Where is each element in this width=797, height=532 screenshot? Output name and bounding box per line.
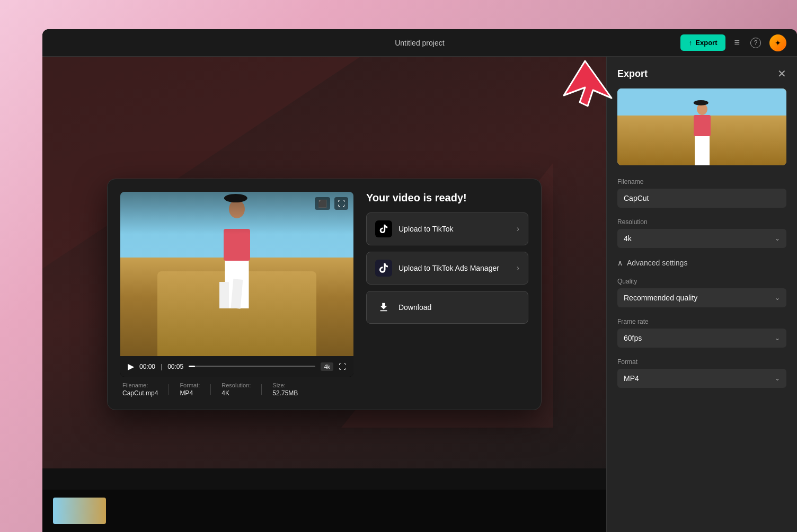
top-bar: Untitled project ↑ Export ≡ ? ✦ (42, 29, 797, 57)
modal-icon-buttons: ⬛ ⛶ (315, 197, 348, 210)
close-icon: ✕ (777, 68, 786, 79)
total-time: 00:05 (167, 363, 183, 370)
cursor-arrow (553, 56, 617, 111)
download-icon (375, 299, 392, 316)
chevron-right-icon-1: › (517, 224, 519, 234)
advanced-chevron-icon: ∧ (617, 259, 623, 267)
framerate-label: Frame rate (607, 314, 797, 329)
progress-bar[interactable] (189, 366, 315, 367)
avatar-button[interactable]: ✦ (769, 34, 786, 51)
comment-icon: ⬛ (318, 199, 327, 208)
play-button[interactable]: ▶ (128, 361, 134, 371)
help-icon: ? (750, 38, 761, 48)
video-controls: ▶ 00:00 | 00:05 4k ⛶ (120, 356, 353, 377)
video-thumbnail (120, 192, 353, 356)
video-player: ⬛ ⛶ (120, 192, 353, 377)
avatar-icon: ✦ (775, 39, 781, 47)
export-preview (617, 88, 786, 165)
download-button[interactable]: Download (366, 291, 528, 324)
video-meta: Filename: CapCut.mp4 Format: MP4 Resolut… (120, 382, 353, 397)
tiktok-icon (375, 220, 392, 237)
top-bar-controls: ↑ Export ≡ ? ✦ (680, 34, 786, 51)
resolution-select[interactable]: 4k ⌄ (617, 229, 786, 248)
framerate-select[interactable]: 60fps ⌄ (617, 329, 786, 348)
chevron-right-icon-2: › (517, 263, 519, 273)
expand-icon-button[interactable]: ⛶ (334, 197, 348, 210)
upload-tiktok-button[interactable]: Upload to TikTok › (366, 212, 528, 245)
format-chevron-icon: ⌄ (775, 375, 780, 382)
meta-size: Size: 52.75MB (272, 382, 298, 397)
comment-icon-button[interactable]: ⬛ (315, 197, 330, 210)
upload-tiktok-ads-button[interactable]: Upload to TikTok Ads Manager › (366, 252, 528, 285)
menu-icon: ≡ (734, 37, 740, 48)
main-content: ⬛ ⛶ (42, 57, 797, 532)
help-button[interactable]: ? (748, 36, 763, 50)
meta-divider-1 (169, 384, 169, 395)
export-arrow-icon: ↑ (689, 39, 693, 47)
fullscreen-icon: ⛶ (339, 362, 346, 371)
play-icon: ▶ (128, 362, 134, 371)
meta-divider-3 (261, 384, 262, 395)
quality-chevron-icon: ⌄ (775, 294, 780, 302)
menu-button[interactable]: ≡ (732, 35, 742, 50)
framerate-chevron-icon: ⌄ (775, 334, 780, 342)
resolution-chevron-icon: ⌄ (775, 235, 780, 242)
resolution-label: Resolution (607, 214, 797, 229)
modal-title: Your video is ready! (366, 192, 528, 204)
download-left: Download (375, 299, 431, 316)
progress-fill (189, 366, 195, 367)
project-title: Untitled project (395, 39, 444, 47)
quality-select[interactable]: Recommended quality ⌄ (617, 288, 786, 307)
tiktok-ads-icon (375, 260, 392, 277)
video-ready-modal: ⬛ ⛶ (107, 179, 542, 410)
editor-area: ⬛ ⛶ (42, 57, 606, 532)
format-select[interactable]: MP4 ⌄ (617, 369, 786, 388)
modal-right-section: Your video is ready! Upload to TikTok (366, 192, 528, 397)
meta-divider-2 (210, 384, 211, 395)
export-panel-header: Export ✕ (607, 57, 797, 88)
upload-tiktok-left: Upload to TikTok (375, 220, 454, 237)
current-time: 00:00 (139, 363, 155, 370)
svg-marker-0 (564, 61, 612, 106)
export-panel: Export ✕ Filename (606, 57, 797, 532)
export-close-button[interactable]: ✕ (777, 67, 786, 80)
quality-badge: 4k (321, 362, 333, 371)
export-panel-title: Export (617, 68, 648, 79)
filename-input[interactable] (617, 189, 786, 208)
app-window: Untitled project ↑ Export ≡ ? ✦ (42, 29, 797, 532)
meta-resolution: Resolution: 4K (222, 382, 251, 397)
format-label: Format (607, 354, 797, 369)
export-button[interactable]: ↑ Export (680, 34, 726, 51)
expand-icon: ⛶ (338, 199, 345, 208)
advanced-settings-toggle[interactable]: ∧ Advanced settings (607, 254, 797, 273)
meta-format: Format: MP4 (180, 382, 200, 397)
filename-label: Filename (607, 174, 797, 189)
quality-label: Quality (607, 273, 797, 288)
upload-tiktok-ads-left: Upload to TikTok Ads Manager (375, 260, 499, 277)
video-section: ⬛ ⛶ (120, 192, 353, 397)
meta-filename: Filename: CapCut.mp4 (122, 382, 158, 397)
fullscreen-button[interactable]: ⛶ (339, 362, 346, 371)
modal-overlay: ⬛ ⛶ (42, 57, 606, 532)
